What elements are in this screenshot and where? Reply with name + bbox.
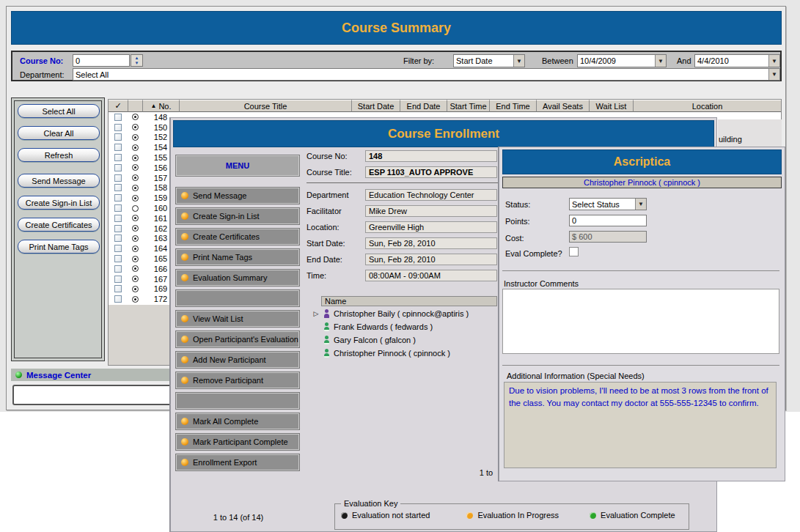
row-radio[interactable]: [132, 286, 139, 292]
menu-item-create-sign-in-list[interactable]: Create Sign-in List: [176, 208, 299, 224]
row-radio-cell: [128, 215, 142, 221]
row-radio[interactable]: [132, 164, 139, 171]
row-checkbox[interactable]: [114, 234, 122, 242]
row-radio[interactable]: [132, 205, 139, 212]
participant-row[interactable]: Christopher Pinnock ( cpinnock ): [312, 347, 503, 360]
menu-item-enrollment-export[interactable]: Enrollment Export: [176, 454, 299, 470]
department-select[interactable]: Select All ▼: [73, 68, 780, 81]
row-checkbox[interactable]: [114, 245, 122, 252]
row-radio[interactable]: [132, 256, 139, 262]
participant-row[interactable]: Frank Edwards ( fedwards ): [312, 320, 503, 333]
points-input[interactable]: [569, 215, 647, 226]
row-checkbox[interactable]: [114, 114, 122, 121]
chevron-down-icon[interactable]: ▼: [513, 55, 524, 67]
row-checkbox[interactable]: [114, 215, 122, 222]
action-button-select-all[interactable]: Select All: [18, 104, 100, 118]
avail-seats-column-header[interactable]: Avail Seats: [536, 100, 589, 112]
chevron-down-icon[interactable]: ▼: [635, 199, 646, 210]
row-radio[interactable]: [132, 174, 139, 181]
row-radio[interactable]: [132, 144, 139, 151]
row-radio[interactable]: [132, 185, 139, 191]
menu-item-create-certificates[interactable]: Create Certificates: [176, 229, 299, 245]
end-date-column-header[interactable]: End Date: [400, 100, 447, 112]
filter-by-select[interactable]: Start Date ▼: [453, 54, 525, 67]
row-checkbox[interactable]: [114, 225, 122, 232]
chevron-down-icon[interactable]: ▼: [768, 69, 779, 80]
department-label: Department:: [20, 70, 65, 79]
spinner-down-icon[interactable]: ▼: [135, 61, 139, 66]
expander-icon[interactable]: ▷: [312, 310, 320, 317]
row-checkbox[interactable]: [114, 265, 122, 273]
row-checkbox[interactable]: [114, 295, 122, 303]
menu-item-mark-participant-complete[interactable]: Mark Participant Complete: [176, 434, 299, 450]
course-no-spinner[interactable]: ▲ ▼: [131, 54, 143, 67]
detail-value: 08:00AM - 09:00AM: [365, 270, 497, 281]
row-radio[interactable]: [132, 235, 139, 242]
action-button-create-certificates[interactable]: Create Certificates: [18, 218, 100, 232]
row-check-cell: [109, 114, 128, 121]
menu-item-mark-all-complete[interactable]: Mark All Complete: [176, 413, 299, 429]
row-checkbox[interactable]: [114, 285, 122, 292]
menu-item-view-wait-list[interactable]: View Wait List: [176, 311, 299, 327]
row-radio[interactable]: [132, 114, 139, 120]
menu-item-open-participant-s-evaluation[interactable]: Open Participant's Evaluation: [176, 331, 299, 347]
detail-row: Course Title:ESP 1103_AUTO APPROVE: [307, 166, 499, 178]
course-title-column-header[interactable]: Course Title: [179, 100, 351, 112]
participant-row[interactable]: ▷Christopher Baily ( cpinnock@aptiris ): [312, 307, 503, 320]
row-radio[interactable]: [132, 245, 139, 252]
row-radio[interactable]: [132, 276, 139, 282]
no-column-header[interactable]: ▲ No.: [142, 100, 179, 112]
row-radio[interactable]: [132, 225, 139, 232]
between-date-select[interactable]: 10/4/2009 ▼: [577, 54, 667, 67]
course-no-input[interactable]: [73, 54, 130, 67]
start-time-column-header[interactable]: Start Time: [447, 100, 489, 112]
menu-item-remove-participant[interactable]: Remove Participant: [176, 372, 299, 388]
wait-list-column-header[interactable]: Wait List: [589, 100, 633, 112]
menu-item-send-message[interactable]: Send Message: [176, 188, 299, 204]
message-center-input[interactable]: [12, 385, 174, 405]
row-radio[interactable]: [132, 195, 139, 202]
row-checkbox[interactable]: [114, 184, 122, 191]
and-date-select[interactable]: 4/4/2010 ▼: [694, 54, 780, 67]
row-check-cell: [109, 245, 128, 252]
action-button-refresh[interactable]: Refresh: [18, 148, 100, 162]
location-column-header[interactable]: Location: [633, 100, 781, 112]
row-checkbox[interactable]: [114, 144, 122, 151]
row-checkbox[interactable]: [114, 194, 122, 202]
person-icon: [323, 322, 330, 331]
row-checkbox[interactable]: [114, 154, 122, 161]
row-radio-cell: [128, 256, 142, 262]
eval-complete-checkbox[interactable]: [569, 247, 579, 256]
action-button-create-sign-in-list[interactable]: Create Sign-in List: [18, 196, 100, 210]
row-checkbox[interactable]: [114, 124, 122, 131]
row-radio-cell: [128, 174, 142, 181]
row-radio[interactable]: [132, 296, 139, 303]
row-checkbox[interactable]: [114, 276, 122, 283]
row-radio[interactable]: [132, 265, 139, 272]
row-checkbox[interactable]: [114, 133, 122, 141]
row-checkbox[interactable]: [114, 204, 122, 212]
row-checkbox[interactable]: [114, 164, 122, 171]
row-checkbox[interactable]: [114, 255, 122, 262]
menu-item-print-name-tags[interactable]: Print Name Tags: [176, 249, 299, 265]
status-select[interactable]: Select Status ▼: [569, 198, 647, 210]
check-column-header[interactable]: ✓: [109, 100, 128, 112]
action-button-print-name-tags[interactable]: Print Name Tags: [18, 240, 100, 254]
start-date-column-header[interactable]: Start Date: [351, 100, 400, 112]
menu-item-add-new-participant[interactable]: Add New Participant: [176, 352, 299, 368]
row-radio[interactable]: [132, 134, 139, 141]
action-button-clear-all[interactable]: Clear All: [18, 126, 100, 140]
spinner-up-icon[interactable]: ▲: [135, 56, 139, 61]
chevron-down-icon[interactable]: ▼: [655, 55, 666, 67]
menu-item-evaluation-summary[interactable]: Evaluation Summary: [176, 270, 299, 286]
row-checkbox[interactable]: [114, 174, 122, 182]
row-radio[interactable]: [132, 124, 139, 130]
instructor-comments-textarea[interactable]: [502, 289, 779, 354]
chevron-down-icon[interactable]: ▼: [768, 55, 779, 67]
row-radio[interactable]: [132, 155, 139, 161]
row-radio[interactable]: [132, 215, 139, 221]
action-button-send-message[interactable]: Send Message: [18, 174, 100, 188]
participant-row[interactable]: Gary Falcon ( gfalcon ): [312, 333, 503, 347]
menu-header: MENU: [176, 155, 299, 176]
end-time-column-header[interactable]: End Time: [489, 100, 536, 112]
